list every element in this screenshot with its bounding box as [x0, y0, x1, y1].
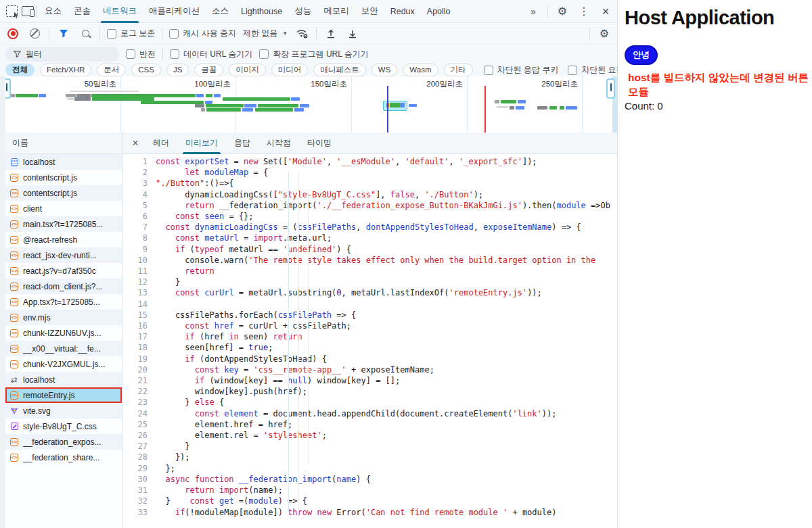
- resource-chip-문서[interactable]: 문서: [97, 64, 126, 76]
- filter-icon[interactable]: [56, 26, 71, 41]
- line-content: [156, 299, 617, 310]
- chip-checkbox[interactable]: 차단된 응답 쿠키: [484, 64, 559, 76]
- detail-tab-미리보기[interactable]: 미리보기: [177, 133, 226, 154]
- line-content: "./Button":()=>{: [156, 178, 617, 189]
- line-content: const seen = {};: [156, 211, 617, 222]
- request-name: react.js?v=d7af350c: [23, 266, 96, 276]
- resource-chip-매니페스트[interactable]: 매니페스트: [313, 64, 366, 76]
- devtools-tab-Redux[interactable]: Redux: [384, 0, 421, 23]
- request-row-chunk-V2JXGMUL.js...[interactable]: <>chunk-V2JXGMUL.js...: [5, 356, 122, 372]
- waterfall-bar: [294, 108, 304, 112]
- devtools-menu-icon[interactable]: ⋮: [577, 4, 591, 19]
- request-row-react_jsx-dev-runti...[interactable]: <>react_jsx-dev-runti...: [5, 247, 122, 263]
- throttling-select[interactable]: 제한 없음 ▼: [243, 28, 288, 39]
- request-row-__federation_share...[interactable]: <>__federation_share...: [5, 450, 122, 465]
- request-row-__x00__virtual___fe...[interactable]: <>__x00__virtual:__fe...: [5, 341, 122, 356]
- detail-tab-응답[interactable]: 응답: [226, 133, 258, 154]
- devtools-tab-Lighthouse[interactable]: Lighthouse: [235, 0, 288, 23]
- devtools-tab-보안[interactable]: 보안: [355, 0, 384, 23]
- hide-extension-urls-checkbox[interactable]: 확장 프로그램 URL 숨기기: [259, 49, 369, 60]
- request-row-env.mjs[interactable]: <>env.mjs: [5, 310, 122, 325]
- resource-chip-WS[interactable]: WS: [371, 64, 398, 76]
- request-row-chunk-IZZUN6UV.js...[interactable]: <>chunk-IZZUN6UV.js...: [5, 325, 122, 341]
- overview-tick-label: 150밀리초: [246, 79, 347, 89]
- network-conditions-icon[interactable]: [294, 26, 309, 41]
- request-row-contentscript.js[interactable]: <>contentscript.js: [5, 185, 122, 201]
- devtools-tab-요소[interactable]: 요소: [39, 0, 68, 23]
- preserve-log-checkbox[interactable]: 로그 보존: [107, 28, 155, 39]
- request-row-react.js_v_d7af350c[interactable]: <>react.js?v=d7af350c: [5, 263, 122, 279]
- line-content: const dynamicLoadingCss = (cssFilePaths,…: [156, 222, 617, 233]
- resource-chip-기타[interactable]: 기타: [444, 64, 473, 76]
- import-har-icon[interactable]: [323, 26, 338, 41]
- line-content: const element = document.head.appendChil…: [156, 408, 617, 419]
- resource-chip-Fetch/XHR[interactable]: Fetch/XHR: [40, 64, 91, 76]
- resource-chip-미디어[interactable]: 미디어: [271, 64, 309, 76]
- preview-code-pane[interactable]: 1const exportSet = new Set(['Module', '_…: [123, 154, 617, 528]
- resource-chip-글꼴[interactable]: 글꼴: [194, 64, 223, 76]
- filter-input[interactable]: 필터: [5, 47, 119, 62]
- hide-data-urls-checkbox[interactable]: 데이터 URL 숨기기: [170, 49, 252, 60]
- inspect-element-icon[interactable]: [4, 4, 19, 19]
- resource-chip-이미지[interactable]: 이미지: [229, 64, 266, 76]
- line-content: } const get =(module) => {: [156, 496, 617, 506]
- devtools-tab-Apollo[interactable]: Apollo: [421, 0, 457, 23]
- resource-chip-Wasm[interactable]: Wasm: [403, 64, 438, 76]
- document-file-icon: [10, 158, 18, 166]
- request-row-main.tsx_t_1725085...[interactable]: <>main.tsx?t=1725085...: [5, 216, 122, 232]
- disable-cache-checkbox[interactable]: 캐시 사용 중지: [169, 28, 236, 39]
- device-toolbar-icon[interactable]: [20, 4, 35, 19]
- devtools-close-icon[interactable]: ×: [598, 4, 613, 19]
- request-row-contentscript.js[interactable]: <>contentscript.js: [5, 170, 122, 185]
- resource-chip-전체[interactable]: 전체: [5, 64, 35, 76]
- more-tabs-icon[interactable]: »: [526, 4, 541, 19]
- code-line: 2 let moduleMap = {: [123, 167, 617, 178]
- detail-tab-헤더[interactable]: 헤더: [145, 133, 177, 154]
- invert-checkbox[interactable]: 반전: [126, 49, 156, 60]
- request-row-localhost[interactable]: localhost: [5, 154, 122, 170]
- export-har-icon[interactable]: [345, 26, 360, 41]
- request-row-localhost[interactable]: ⇄localhost: [5, 372, 122, 387]
- detail-tab-타이밍[interactable]: 타이밍: [299, 133, 340, 154]
- devtools-tab-소스[interactable]: 소스: [206, 0, 235, 23]
- overview-right-handle[interactable]: [606, 78, 615, 99]
- devtools-tab-네트워크[interactable]: 네트워크: [97, 0, 143, 23]
- code-line: 13 const curUrl = metaUrl.substring(0, m…: [123, 287, 617, 298]
- devtools-settings-icon[interactable]: ⚙: [555, 4, 570, 19]
- clear-network-log-icon[interactable]: [27, 26, 42, 41]
- request-row-_react-refresh[interactable]: <>@react-refresh: [5, 232, 122, 247]
- code-line: 24 const element = document.head.appendC…: [123, 408, 617, 419]
- count-label: Count: 0: [618, 100, 812, 112]
- line-content: });: [156, 452, 617, 462]
- waterfall-bar: [196, 94, 204, 97]
- hello-button[interactable]: 안녕: [625, 45, 658, 65]
- detail-tab-시작점[interactable]: 시작점: [258, 133, 299, 154]
- devtools-tab-애플리케이션[interactable]: 애플리케이션: [143, 0, 206, 23]
- request-row-react-dom_client.js_...[interactable]: <>react-dom_client.js?...: [5, 279, 122, 294]
- request-row-style-Bv8UgT_C.css[interactable]: style-Bv8UgT_C.css: [5, 418, 122, 434]
- script-file-icon: <>: [10, 189, 18, 197]
- request-name: __federation_share...: [23, 453, 99, 462]
- request-row-__federation_expos...[interactable]: <>__federation_expos...: [5, 434, 122, 450]
- network-settings-icon[interactable]: ⚙: [597, 26, 612, 41]
- code-line: 6 const seen = {};: [123, 211, 617, 222]
- request-name: localhost: [23, 158, 55, 167]
- request-row-client[interactable]: <>client: [5, 201, 122, 216]
- request-row-vite.svg[interactable]: vite.svg: [5, 403, 122, 418]
- code-line: 25 element.href = href;: [123, 419, 617, 430]
- request-row-remoteEntry.js[interactable]: <>remoteEntry.js: [5, 387, 122, 403]
- close-detail-icon[interactable]: ×: [126, 133, 145, 154]
- devtools-tab-메모리[interactable]: 메모리: [317, 0, 355, 23]
- request-row-App.tsx_t_1725085...[interactable]: <>App.tsx?t=1725085...: [5, 294, 122, 310]
- devtools-tab-성능[interactable]: 성능: [288, 0, 317, 23]
- record-network-log-icon[interactable]: [5, 26, 20, 41]
- resource-chip-row: 전체Fetch/XHR문서CSSJS글꼴이미지미디어매니페스트WSWasm기타 …: [0, 64, 617, 76]
- resource-chip-JS[interactable]: JS: [166, 64, 189, 76]
- request-table-header[interactable]: 이름: [5, 133, 122, 154]
- network-filter-row: 필터 반전 데이터 URL 숨기기 확장 프로그램 URL 숨기기: [0, 45, 617, 64]
- resource-chip-CSS[interactable]: CSS: [131, 64, 161, 76]
- search-icon[interactable]: [78, 26, 93, 41]
- script-file-icon: <>: [10, 220, 18, 229]
- chip-checkbox[interactable]: 차단된 요청: [568, 64, 624, 76]
- devtools-tab-콘솔[interactable]: 콘솔: [68, 0, 97, 23]
